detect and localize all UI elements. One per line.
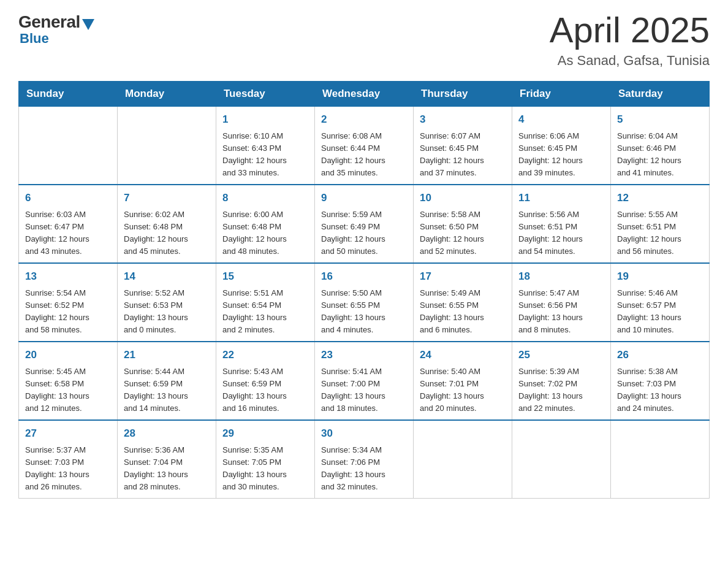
day-info: Sunrise: 6:03 AM Sunset: 6:47 PM Dayligh… [25,209,111,258]
day-info: Sunrise: 5:47 AM Sunset: 6:56 PM Dayligh… [518,287,604,337]
column-header-tuesday: Tuesday [216,82,315,107]
day-number: 16 [321,269,407,285]
calendar-cell: 21Sunrise: 5:44 AM Sunset: 6:59 PM Dayli… [118,342,216,420]
day-number: 25 [518,347,604,363]
day-info: Sunrise: 6:07 AM Sunset: 6:45 PM Dayligh… [420,130,506,180]
page-header: General Blue April 2025 As Sanad, Gafsa,… [18,12,710,69]
calendar-cell [611,420,710,499]
day-number: 24 [420,347,506,363]
logo: General Blue [18,12,94,47]
day-info: Sunrise: 6:02 AM Sunset: 6:48 PM Dayligh… [124,209,210,258]
calendar-cell [19,107,118,185]
calendar-cell: 6Sunrise: 6:03 AM Sunset: 6:47 PM Daylig… [19,185,118,263]
day-number: 13 [25,269,111,285]
day-info: Sunrise: 5:37 AM Sunset: 7:03 PM Dayligh… [25,444,111,494]
column-header-wednesday: Wednesday [315,82,414,107]
calendar-cell: 15Sunrise: 5:51 AM Sunset: 6:54 PM Dayli… [216,263,315,342]
day-info: Sunrise: 5:55 AM Sunset: 6:51 PM Dayligh… [617,209,703,258]
calendar-cell: 24Sunrise: 5:40 AM Sunset: 7:01 PM Dayli… [414,342,512,420]
calendar-cell: 5Sunrise: 6:04 AM Sunset: 6:46 PM Daylig… [611,107,710,185]
column-header-thursday: Thursday [414,82,512,107]
calendar-cell: 1Sunrise: 6:10 AM Sunset: 6:43 PM Daylig… [216,107,315,185]
day-number: 4 [518,112,604,128]
day-number: 12 [617,190,703,206]
day-number: 21 [124,347,210,363]
calendar-cell: 3Sunrise: 6:07 AM Sunset: 6:45 PM Daylig… [414,107,512,185]
day-number: 3 [420,112,506,128]
day-info: Sunrise: 5:54 AM Sunset: 6:52 PM Dayligh… [25,287,111,337]
calendar-week-row: 27Sunrise: 5:37 AM Sunset: 7:03 PM Dayli… [19,420,710,499]
calendar-cell [118,107,216,185]
day-number: 29 [222,426,308,442]
day-info: Sunrise: 5:52 AM Sunset: 6:53 PM Dayligh… [124,287,210,337]
day-number: 18 [518,269,604,285]
calendar-cell [414,420,512,499]
calendar-week-row: 13Sunrise: 5:54 AM Sunset: 6:52 PM Dayli… [19,263,710,342]
day-number: 17 [420,269,506,285]
day-info: Sunrise: 5:44 AM Sunset: 6:59 PM Dayligh… [124,366,210,415]
day-info: Sunrise: 6:08 AM Sunset: 6:44 PM Dayligh… [321,130,407,180]
calendar-cell: 9Sunrise: 5:59 AM Sunset: 6:49 PM Daylig… [315,185,414,263]
day-info: Sunrise: 5:40 AM Sunset: 7:01 PM Dayligh… [420,366,506,415]
day-number: 27 [25,426,111,442]
day-info: Sunrise: 5:45 AM Sunset: 6:58 PM Dayligh… [25,366,111,415]
day-info: Sunrise: 5:46 AM Sunset: 6:57 PM Dayligh… [617,287,703,337]
calendar-cell: 19Sunrise: 5:46 AM Sunset: 6:57 PM Dayli… [611,263,710,342]
logo-general-text: General [18,12,80,32]
day-info: Sunrise: 5:41 AM Sunset: 7:00 PM Dayligh… [321,366,407,415]
column-header-friday: Friday [512,82,611,107]
day-number: 5 [617,112,703,128]
calendar-header-row: SundayMondayTuesdayWednesdayThursdayFrid… [19,82,710,107]
day-number: 7 [124,190,210,206]
day-number: 1 [222,112,308,128]
day-number: 2 [321,112,407,128]
calendar-cell: 14Sunrise: 5:52 AM Sunset: 6:53 PM Dayli… [118,263,216,342]
calendar-cell: 30Sunrise: 5:34 AM Sunset: 7:06 PM Dayli… [315,420,414,499]
day-number: 20 [25,347,111,363]
day-info: Sunrise: 6:04 AM Sunset: 6:46 PM Dayligh… [617,130,703,180]
calendar-cell: 25Sunrise: 5:39 AM Sunset: 7:02 PM Dayli… [512,342,611,420]
month-title: April 2025 [550,12,710,48]
column-header-saturday: Saturday [611,82,710,107]
day-info: Sunrise: 5:38 AM Sunset: 7:03 PM Dayligh… [617,366,703,415]
day-info: Sunrise: 6:00 AM Sunset: 6:48 PM Dayligh… [222,209,308,258]
calendar-cell: 4Sunrise: 6:06 AM Sunset: 6:45 PM Daylig… [512,107,611,185]
calendar-cell: 27Sunrise: 5:37 AM Sunset: 7:03 PM Dayli… [19,420,118,499]
calendar-cell: 18Sunrise: 5:47 AM Sunset: 6:56 PM Dayli… [512,263,611,342]
day-info: Sunrise: 5:36 AM Sunset: 7:04 PM Dayligh… [124,444,210,494]
column-header-monday: Monday [118,82,216,107]
day-info: Sunrise: 6:06 AM Sunset: 6:45 PM Dayligh… [518,130,604,180]
calendar-cell: 13Sunrise: 5:54 AM Sunset: 6:52 PM Dayli… [19,263,118,342]
calendar-week-row: 1Sunrise: 6:10 AM Sunset: 6:43 PM Daylig… [19,107,710,185]
day-info: Sunrise: 5:39 AM Sunset: 7:02 PM Dayligh… [518,366,604,415]
calendar-cell: 11Sunrise: 5:56 AM Sunset: 6:51 PM Dayli… [512,185,611,263]
column-header-sunday: Sunday [19,82,118,107]
day-number: 22 [222,347,308,363]
day-number: 10 [420,190,506,206]
title-section: April 2025 As Sanad, Gafsa, Tunisia [550,12,710,69]
day-number: 26 [617,347,703,363]
day-info: Sunrise: 5:50 AM Sunset: 6:55 PM Dayligh… [321,287,407,337]
calendar-cell: 22Sunrise: 5:43 AM Sunset: 6:59 PM Dayli… [216,342,315,420]
day-number: 6 [25,190,111,206]
calendar-week-row: 20Sunrise: 5:45 AM Sunset: 6:58 PM Dayli… [19,342,710,420]
day-info: Sunrise: 5:34 AM Sunset: 7:06 PM Dayligh… [321,444,407,494]
calendar-cell: 20Sunrise: 5:45 AM Sunset: 6:58 PM Dayli… [19,342,118,420]
calendar-cell: 7Sunrise: 6:02 AM Sunset: 6:48 PM Daylig… [118,185,216,263]
day-info: Sunrise: 5:35 AM Sunset: 7:05 PM Dayligh… [222,444,308,494]
calendar-cell [512,420,611,499]
day-number: 14 [124,269,210,285]
calendar-week-row: 6Sunrise: 6:03 AM Sunset: 6:47 PM Daylig… [19,185,710,263]
day-info: Sunrise: 5:59 AM Sunset: 6:49 PM Dayligh… [321,209,407,258]
calendar-cell: 17Sunrise: 5:49 AM Sunset: 6:55 PM Dayli… [414,263,512,342]
day-number: 28 [124,426,210,442]
day-number: 9 [321,190,407,206]
calendar-cell: 26Sunrise: 5:38 AM Sunset: 7:03 PM Dayli… [611,342,710,420]
day-info: Sunrise: 5:51 AM Sunset: 6:54 PM Dayligh… [222,287,308,337]
calendar-cell: 23Sunrise: 5:41 AM Sunset: 7:00 PM Dayli… [315,342,414,420]
logo-blue-text: Blue [20,31,49,47]
day-info: Sunrise: 5:56 AM Sunset: 6:51 PM Dayligh… [518,209,604,258]
calendar-cell: 8Sunrise: 6:00 AM Sunset: 6:48 PM Daylig… [216,185,315,263]
logo-triangle-icon [82,19,94,30]
calendar-cell: 2Sunrise: 6:08 AM Sunset: 6:44 PM Daylig… [315,107,414,185]
